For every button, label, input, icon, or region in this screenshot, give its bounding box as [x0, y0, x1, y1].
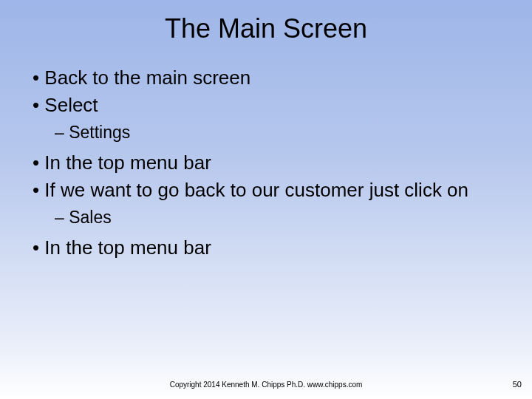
- slide-footer: Copyright 2014 Kenneth M. Chipps Ph.D. w…: [0, 381, 532, 389]
- slide-title: The Main Screen: [0, 0, 532, 44]
- sub-bullet-list: Sales: [21, 206, 532, 229]
- sub-bullet-item: Settings: [21, 121, 532, 144]
- bullet-item: In the top menu bar: [21, 150, 532, 176]
- bullet-item: Back to the main screen: [21, 65, 532, 91]
- bullet-item: If we want to go back to our customer ju…: [21, 177, 532, 203]
- copyright-text: Copyright 2014 Kenneth M. Chipps Ph.D. w…: [0, 381, 532, 389]
- sub-bullet-list: Settings: [21, 121, 532, 144]
- bullet-list: Back to the main screen Select Settings …: [21, 65, 532, 262]
- slide-body: Back to the main screen Select Settings …: [0, 44, 532, 262]
- bullet-item: In the top menu bar: [21, 235, 532, 261]
- bullet-item: Select: [21, 92, 532, 118]
- page-number: 50: [513, 380, 522, 389]
- sub-bullet-item: Sales: [21, 206, 532, 229]
